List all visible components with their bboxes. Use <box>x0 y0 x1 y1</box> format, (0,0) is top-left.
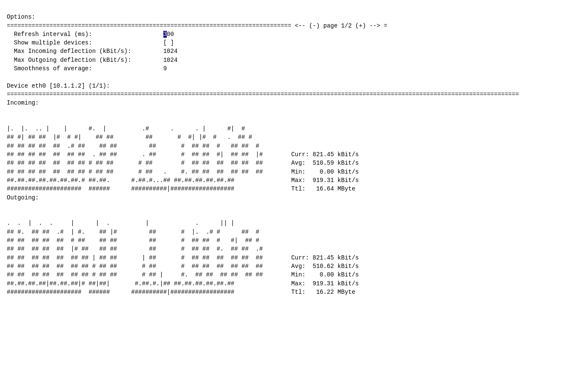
option-outgoing-label: Max Outgoing deflection (kBit/s): <box>14 57 163 63</box>
outgoing-label: Outgoing: <box>7 194 39 201</box>
option-smoothness-value: 9 <box>163 65 167 72</box>
outgoing-graph-row-9: ##################### ###### ##########|… <box>7 289 291 295</box>
outgoing-graph-row-2: ## #. ## ## .# | #. ## |# ## # |. .# # #… <box>7 229 259 235</box>
outgoing-max: Max: 919.31 kBit/s <box>291 280 359 287</box>
option-incoming-label: Max Incoming deflection (kBit/s): <box>14 48 163 55</box>
outgoing-graph-row-1: . . | . . | | . | . || | <box>7 220 235 226</box>
option-refresh-value: 300 <box>163 31 174 38</box>
outgoing-graph-row-3: ## ## ## ## ## # ## ## ## ## # ## ## # #… <box>7 237 259 244</box>
incoming-graph-row-5: ## ## ## ## ## ## ## # ## ## # ## # ## #… <box>7 160 291 166</box>
outgoing-graph-row-6: ## ## ## ## ## ## ## # ## ## # ## # ## #… <box>7 263 291 270</box>
outgoing-graph-row-5: ## ## ## ## ## ## ## | ## ## | ## # ## #… <box>7 254 291 261</box>
separator-device: ========================================… <box>7 91 519 98</box>
incoming-graph-row-3: ## ## ## ## ## .# ## ## ## ## # ## ## # … <box>7 143 259 149</box>
option-refresh-label: Refresh interval (ms): <box>14 31 163 38</box>
incoming-graph-row-6: ## ## ## ## ## ## ## # ## ## # ## . #. #… <box>7 168 291 175</box>
page-nav: <-- (-) page 1/2 (+) --> <box>295 22 381 29</box>
incoming-min: Min: 0.00 kBit/s <box>291 168 359 175</box>
incoming-avg: Avg: 510.59 kBit/s <box>291 160 359 166</box>
incoming-ttl: Ttl: 16.64 MByte <box>291 185 355 192</box>
incoming-graph-row-8: ##################### ###### ##########|… <box>7 185 291 192</box>
outgoing-graph-row-7: ## ## ## ## ## ## ## # ## ## # ## | #. #… <box>7 271 291 278</box>
outgoing-graph-row-8: ##.##.##.##|##.##.##|# ##|##| #.##.#.|##… <box>7 280 291 287</box>
incoming-graph-row-7: ##.##.##.##.##.##.##.# ##.##. #.##.#...#… <box>7 177 291 184</box>
incoming-graph-row-1: |. |. .. | | #. | .# . . | #| # <box>7 125 245 132</box>
separator-top: ========================================… <box>7 22 291 29</box>
incoming-max: Max: 919.31 kBit/s <box>291 177 359 184</box>
incoming-label: Incoming: <box>7 99 39 106</box>
device-heading: Device eth0 [10.1.1.2] (1/1): <box>7 83 110 89</box>
option-outgoing-value: 1024 <box>163 57 178 63</box>
incoming-graph-row-2: ## #| ## ## |# # #| ## ## ## # #| |# # .… <box>7 134 252 141</box>
option-multiple-value: [ ] <box>163 39 174 46</box>
incoming-graph-row-4: ## ## ## ## ## ## ## . ## ## . ## # ## #… <box>7 151 291 158</box>
outgoing-curr: Curr: 821.45 kBit/s <box>291 254 359 261</box>
outgoing-graph-row-4: ## ## ## ## ## |# ## ## ## ## # ## ## #.… <box>7 246 263 252</box>
outgoing-avg: Avg: 510.62 kBit/s <box>291 263 359 270</box>
terminal-output: Options: ===============================… <box>7 4 578 296</box>
incoming-curr: Curr: 821.45 kBit/s <box>291 151 359 158</box>
outgoing-min: Min: 0.00 kBit/s <box>291 271 359 278</box>
option-smoothness-label: Smoothness of average: <box>14 65 163 72</box>
option-incoming-value: 1024 <box>163 48 178 55</box>
outgoing-ttl: Ttl: 16.22 MByte <box>291 289 355 295</box>
option-multiple-label: Show multiple devices: <box>14 39 163 46</box>
options-heading: Options: <box>7 14 35 20</box>
